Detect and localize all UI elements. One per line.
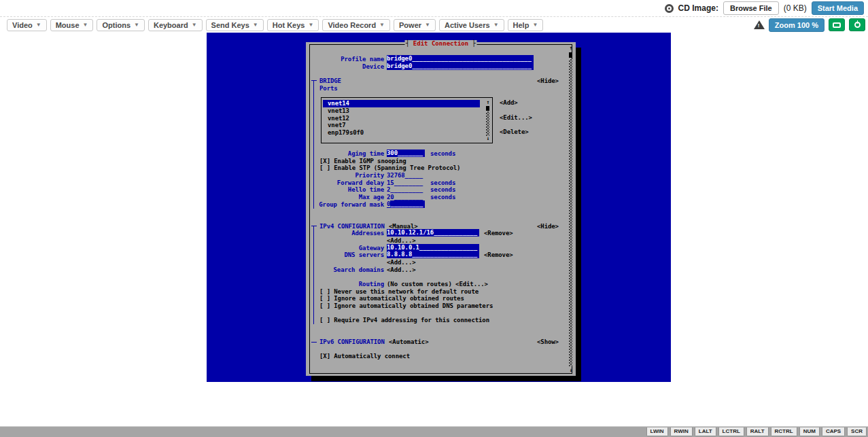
search-domains-add-button[interactable]: <Add...> — [387, 266, 416, 274]
search-domains-label: Search domains — [306, 266, 384, 274]
browse-file-button[interactable]: Browse File — [723, 1, 779, 15]
routing-edit-button[interactable]: <Edit...> — [455, 281, 488, 287]
ipv6-mode-select[interactable]: <Automatic> — [389, 338, 429, 346]
menu-video-record[interactable]: Video Record▼ — [322, 19, 390, 31]
port-add-button[interactable]: <Add> — [500, 99, 518, 107]
power-button[interactable] — [849, 18, 865, 31]
autoconnect-checkbox[interactable]: [X] Automatically connect — [319, 353, 410, 360]
chevron-down-icon: ▼ — [83, 22, 88, 28]
dns-remove-button[interactable]: <Remove> — [484, 251, 513, 259]
scroll-down-icon[interactable]: ↓ — [485, 135, 491, 141]
menu-options[interactable]: Options▼ — [97, 19, 144, 31]
menu-bar-right: ! Zoom 100 % — [754, 18, 868, 32]
hello-time-value[interactable]: 2_________ — [387, 186, 423, 194]
console-screen[interactable]: ↑ ↓ ┤ Edit Connection ├ Profile name bri… — [207, 33, 671, 382]
key-scr[interactable]: SCR — [847, 427, 867, 436]
chevron-down-icon: ▼ — [379, 22, 385, 28]
scroll-up-icon[interactable]: ↑ — [568, 45, 574, 51]
addresses-remove-button[interactable]: <Remove> — [484, 230, 513, 237]
chevron-down-icon: ▼ — [493, 22, 499, 28]
priority-label: Priority — [306, 172, 384, 179]
chevron-down-icon: ▼ — [134, 22, 139, 28]
group-forward-mask-field[interactable]: 0_________ — [387, 200, 425, 208]
key-rctrl[interactable]: RCTRL — [771, 427, 797, 436]
menu-hot-keys[interactable]: Hot Keys▼ — [267, 19, 319, 31]
port-item[interactable]: vnet13 — [328, 107, 349, 115]
ipv4-hide-button[interactable]: <Hide> — [537, 223, 559, 230]
aging-time-label: Aging time — [306, 150, 384, 158]
ipv6-show-button[interactable]: <Show> — [537, 338, 559, 346]
key-ralt[interactable]: RALT — [746, 427, 769, 436]
port-item-selected[interactable]: vnet14 — [323, 100, 480, 107]
max-age-unit: seconds — [430, 194, 455, 201]
scrollbar-track[interactable] — [486, 111, 489, 136]
port-edit-button[interactable]: <Edit...> — [500, 114, 532, 122]
key-lalt[interactable]: LALT — [695, 427, 716, 436]
routing-value: (No custom routes) <Edit...> — [387, 281, 488, 288]
start-media-button[interactable]: Start Media — [812, 1, 864, 15]
zoom-level-button[interactable]: Zoom 100 % — [769, 18, 824, 32]
menu-bar: Video▼ Mouse▼ Options▼ Keyboard▼ Send Ke… — [0, 18, 868, 32]
group-forward-mask-label: Group forward mask — [306, 201, 384, 209]
priority-value[interactable]: 32768_____ — [387, 172, 423, 179]
warning-icon[interactable]: ! — [754, 20, 765, 29]
routing-label: Routing — [306, 281, 384, 288]
menu-keyboard[interactable]: Keyboard▼ — [148, 19, 203, 31]
key-lwin[interactable]: LWIN — [646, 427, 668, 436]
dialog-scrollbar[interactable]: ↑ ↓ — [568, 45, 574, 373]
dns-servers-label: DNS servers — [306, 251, 384, 259]
ipv6-section-label: IPv6 CONFIGURATION — [319, 338, 385, 346]
scrollbar-thumb[interactable] — [569, 52, 572, 58]
ports-label: Ports — [319, 85, 338, 92]
addresses-field[interactable]: 10.10.12.1/16____________ — [387, 229, 479, 237]
chat-button[interactable] — [829, 18, 845, 31]
require-ipv4-checkbox[interactable]: [ ] Require IPv4 addressing for this con… — [319, 317, 489, 324]
menu-video[interactable]: Video▼ — [7, 19, 47, 31]
max-age-label: Max age — [306, 194, 384, 201]
addresses-label: Addresses — [306, 230, 384, 237]
port-item[interactable]: vnet7 — [328, 122, 346, 129]
scrollbar-thumb[interactable] — [486, 106, 489, 111]
menu-power[interactable]: Power▼ — [394, 19, 436, 31]
key-rwin[interactable]: RWIN — [670, 427, 693, 436]
stp-checkbox[interactable]: [ ] Enable STP (Spanning Tree Protocol) — [319, 164, 460, 172]
dns-servers-field[interactable]: 8.8.8.8__________________ — [387, 251, 479, 258]
top-bar: CD Image: Browse File (0 KB) Start Media — [0, 0, 868, 17]
aging-time-field[interactable]: 300_______ — [387, 150, 425, 157]
dns-add-button[interactable]: <Add...> — [387, 259, 416, 266]
device-field[interactable]: bridge0_________________________________ — [387, 63, 534, 70]
hello-time-unit: seconds — [430, 186, 455, 194]
port-item[interactable]: enp179s0f0 — [328, 129, 364, 137]
port-delete-button[interactable]: <Delete> — [500, 128, 529, 136]
chevron-down-icon: ▼ — [532, 22, 538, 28]
aging-time-unit: seconds — [430, 150, 455, 158]
ignore-auto-dns-checkbox[interactable]: [ ] Ignore automatically obtained DNS pa… — [319, 302, 493, 310]
dialog-border — [309, 44, 572, 374]
menu-active-users[interactable]: Active Users▼ — [439, 19, 504, 31]
ignore-auto-routes-checkbox[interactable]: [ ] Ignore automatically obtained routes — [319, 295, 464, 302]
cd-disc-icon — [665, 4, 674, 13]
key-num[interactable]: NUM — [799, 427, 820, 436]
dialog-title: ┤ Edit Connection ├ — [404, 40, 477, 48]
key-caps[interactable]: CAPS — [822, 427, 845, 436]
menu-help[interactable]: Help▼ — [508, 19, 544, 31]
bridge-hide-button[interactable]: <Hide> — [537, 77, 559, 85]
scrollbar-track[interactable] — [569, 59, 572, 366]
scroll-down-icon[interactable]: ↓ — [568, 367, 574, 373]
scroll-up-icon[interactable]: ↑ — [485, 99, 491, 105]
power-icon — [854, 22, 861, 28]
chevron-down-icon: ▼ — [192, 22, 197, 28]
device-label: Device — [306, 63, 384, 71]
profile-name-field[interactable]: bridge0_________________________________ — [387, 55, 534, 63]
keyboard-status-bar: LWIN RWIN LALT LCTRL RALT RCTRL NUM CAPS… — [0, 426, 868, 437]
chevron-down-icon: ▼ — [36, 22, 41, 28]
key-lctrl[interactable]: LCTRL — [718, 427, 744, 436]
ports-scrollbar[interactable]: ↑ ↓ — [485, 99, 491, 141]
ports-list[interactable]: vnet14 vnet13 vnet12 vnet7 enp179s0f0 ↑ … — [321, 97, 493, 143]
chevron-down-icon: ▼ — [308, 22, 313, 28]
cd-image-size: (0 KB) — [784, 3, 807, 13]
chat-icon — [833, 22, 841, 28]
menu-send-keys[interactable]: Send Keys▼ — [206, 19, 264, 31]
ipv4-section-line — [313, 226, 314, 324]
menu-mouse[interactable]: Mouse▼ — [50, 19, 94, 31]
